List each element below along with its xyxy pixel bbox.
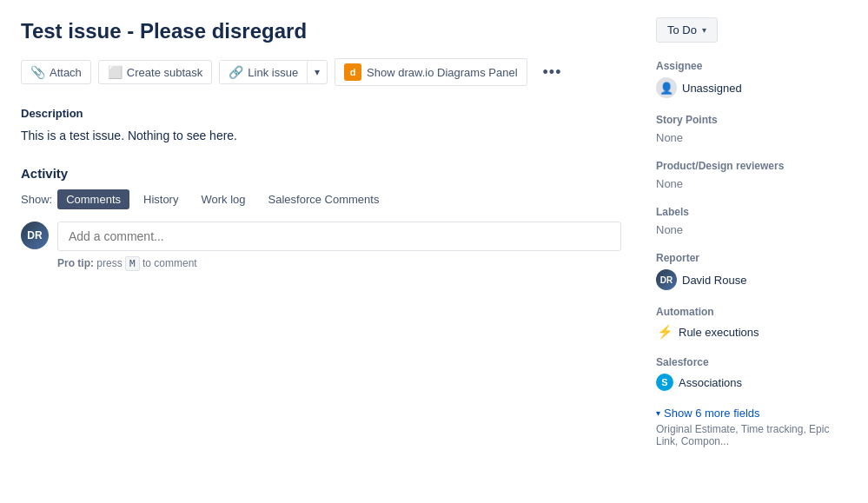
status-label: To Do (667, 23, 697, 36)
labels-value: None (656, 223, 847, 236)
description-label: Description (21, 107, 621, 120)
create-subtask-label: Create subtask (127, 66, 202, 79)
link-issue-button[interactable]: 🔗 Link issue (220, 61, 307, 83)
automation-label: Automation (656, 306, 847, 318)
labels-field: Labels None (656, 206, 847, 236)
tab-salesforce-comments[interactable]: Salesforce Comments (260, 189, 388, 209)
reporter-label: Reporter (656, 252, 847, 264)
comment-input[interactable] (57, 222, 621, 251)
show-more-chevron-icon: ▾ (656, 408, 660, 418)
pro-tip: Pro tip: press M to comment (57, 256, 621, 271)
reporter-value: David Rouse (682, 274, 746, 287)
salesforce-row: S Associations (656, 374, 847, 391)
create-subtask-button[interactable]: ⬜ Create subtask (98, 60, 212, 84)
show-drawio-button[interactable]: d Show draw.io Diagrams Panel (335, 58, 527, 86)
description-text: This is a test issue. Nothing to see her… (21, 127, 621, 145)
story-points-label: Story Points (656, 114, 847, 126)
attach-label: Attach (50, 66, 82, 79)
pro-tip-suffix: to comment (142, 257, 197, 269)
comment-input-wrapper: Pro tip: press M to comment (57, 222, 621, 271)
story-points-value: None (656, 131, 847, 144)
show-drawio-label: Show draw.io Diagrams Panel (367, 66, 517, 79)
more-icon: ••• (543, 63, 562, 82)
status-chevron-icon: ▾ (702, 25, 706, 35)
show-more-section: ▾ Show 6 more fields Original Estimate, … (656, 407, 847, 447)
activity-show-row: Show: Comments History Work log Salesfor… (21, 189, 621, 209)
reporter-field: Reporter DR David Rouse (656, 252, 847, 290)
salesforce-label: Salesforce (656, 356, 847, 368)
chevron-down-icon: ▾ (315, 66, 320, 78)
show-label: Show: (21, 193, 52, 206)
tab-comments[interactable]: Comments (57, 189, 129, 209)
tab-worklog[interactable]: Work log (192, 189, 254, 209)
status-button[interactable]: To Do ▾ (656, 17, 718, 43)
show-more-label: Show 6 more fields (664, 407, 760, 420)
pro-tip-key: M (125, 256, 140, 271)
assignee-label: Assignee (656, 60, 847, 72)
person-icon: 👤 (659, 82, 673, 95)
link-issue-dropdown[interactable]: ▾ (307, 61, 327, 83)
issue-title: Test issue - Please disregard (21, 17, 621, 44)
description-section: Description This is a test issue. Nothin… (21, 107, 621, 145)
salesforce-logo: S (656, 374, 673, 391)
activity-header: Activity (21, 166, 621, 181)
automation-row: ⚡ Rule executions (656, 323, 847, 341)
automation-value: Rule executions (679, 326, 759, 339)
reporter-row: DR David Rouse (656, 269, 847, 290)
salesforce-field: Salesforce S Associations (656, 356, 847, 391)
story-points-field: Story Points None (656, 114, 847, 144)
lightning-icon: ⚡ (656, 323, 673, 341)
salesforce-value: Associations (679, 376, 742, 389)
attach-icon: 📎 (30, 65, 45, 79)
link-issue-group: 🔗 Link issue ▾ (219, 60, 328, 84)
assignee-row: 👤 Unassigned (656, 77, 847, 98)
more-options-button[interactable]: ••• (534, 59, 571, 86)
product-design-reviewers-field: Product/Design reviewers None (656, 160, 847, 190)
show-more-fields-button[interactable]: ▾ Show 6 more fields (656, 407, 847, 420)
link-issue-label: Link issue (248, 66, 298, 79)
product-design-reviewers-label: Product/Design reviewers (656, 160, 847, 172)
toolbar: 📎 Attach ⬜ Create subtask 🔗 Link issue ▾… (21, 58, 621, 86)
assignee-value: Unassigned (682, 82, 742, 95)
sidebar: To Do ▾ Assignee 👤 Unassigned Story Poin… (656, 17, 847, 447)
pro-tip-prefix: Pro tip: (57, 257, 94, 269)
show-more-sub: Original Estimate, Time tracking, Epic L… (656, 423, 847, 447)
pro-tip-text: press (96, 257, 125, 269)
unassigned-avatar: 👤 (656, 77, 677, 98)
avatar-image: DR (21, 222, 49, 249)
drawio-logo: d (344, 63, 361, 81)
subtask-icon: ⬜ (108, 65, 123, 79)
comment-row: DR Pro tip: press M to comment (21, 222, 621, 271)
link-icon: 🔗 (229, 65, 243, 79)
activity-section: Activity Show: Comments History Work log… (21, 166, 621, 271)
reporter-avatar: DR (656, 269, 677, 290)
user-avatar: DR (21, 222, 49, 249)
attach-button[interactable]: 📎 Attach (21, 60, 91, 84)
product-design-reviewers-value: None (656, 177, 847, 190)
tab-history[interactable]: History (135, 189, 187, 209)
automation-field: Automation ⚡ Rule executions (656, 306, 847, 341)
labels-label: Labels (656, 206, 847, 218)
assignee-field: Assignee 👤 Unassigned (656, 60, 847, 98)
